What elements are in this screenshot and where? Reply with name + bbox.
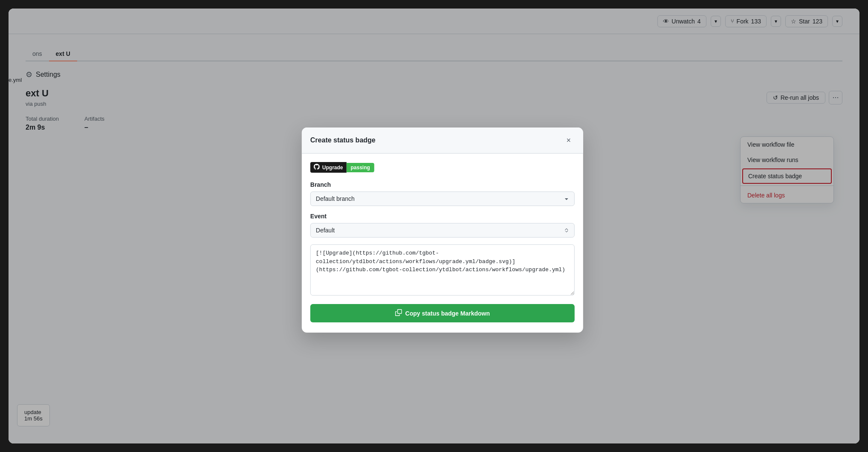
- modal-body: Upgrade passing Branch Default branch ma…: [302, 154, 583, 333]
- badge-github-text: Upgrade: [322, 165, 343, 171]
- badge-github-part: Upgrade: [310, 162, 347, 173]
- modal-title: Create status badge: [310, 136, 376, 144]
- copy-button[interactable]: Copy status badge Markdown: [310, 304, 575, 322]
- markdown-textarea[interactable]: [![Upgrade](https://github.com/tgbot-col…: [310, 244, 575, 296]
- copy-button-label: Copy status badge Markdown: [405, 310, 490, 317]
- badge-passing-text: passing: [350, 165, 370, 171]
- badge-preview: Upgrade passing: [310, 162, 575, 173]
- copy-icon: [395, 309, 402, 317]
- modal-dialog: Create status badge × Upgrade passing Br…: [302, 127, 583, 333]
- markdown-form-group: [![Upgrade](https://github.com/tgbot-col…: [310, 244, 575, 297]
- event-label: Event: [310, 213, 575, 220]
- event-form-group: Event Default push pull_request schedule: [310, 213, 575, 238]
- branch-label: Branch: [310, 181, 575, 188]
- github-icon: [314, 164, 320, 171]
- event-select[interactable]: Default push pull_request schedule: [310, 223, 575, 238]
- branch-select[interactable]: Default branch main develop: [310, 191, 575, 206]
- modal-header: Create status badge ×: [302, 127, 583, 154]
- branch-form-group: Branch Default branch main develop: [310, 181, 575, 206]
- modal-close-button[interactable]: ×: [563, 134, 575, 146]
- close-icon: ×: [567, 136, 571, 145]
- badge-passing-part: passing: [346, 163, 374, 172]
